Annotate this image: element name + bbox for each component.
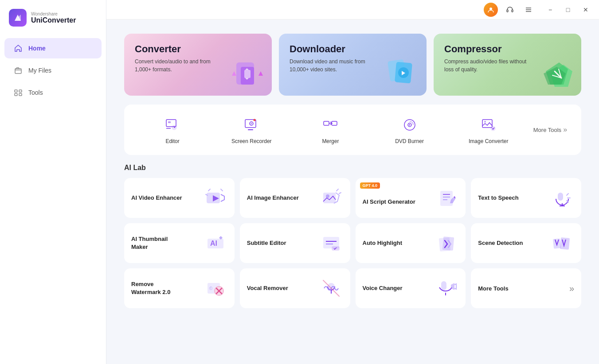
merger-icon [321,115,340,135]
logo-name: UniConverter [31,16,76,24]
maximize-button[interactable]: □ [562,4,574,16]
ai-lab-title: AI Lab [124,164,581,172]
ai-image-enhancer-label: AI Image Enhancer [247,194,299,202]
screen-recorder-label: Screen Recorder [231,138,272,144]
svg-line-67 [323,280,339,296]
more-tools-button[interactable]: More Tools » [528,122,572,137]
ai-script-generator-label: AI Script Generator [363,198,415,206]
sidebar-item-home[interactable]: Home [4,38,102,58]
downloader-card[interactable]: Downloader Download video and music from… [279,34,427,96]
svg-rect-47 [558,193,563,201]
more-tools-label: More Tools [533,127,561,133]
app-logo-icon [9,9,27,27]
svg-rect-8 [507,10,508,12]
remove-watermark-icon: © [204,276,227,300]
svg-point-35 [409,124,410,126]
text-to-speech-icon [550,186,574,210]
ai-video-enhancer-card[interactable]: AI Video Enhancer [124,178,235,218]
text-to-speech-card[interactable]: Text to Speech [471,178,581,218]
ai-thumbnail-maker-label: AI Thumbnail Maker [131,235,184,251]
sidebar-item-my-files[interactable]: My Files [4,60,102,81]
ai-script-generator-card[interactable]: GPT 4.0 AI Script Generator [356,178,466,218]
more-tools-ai-label: More Tools [478,285,508,292]
tool-merger[interactable]: Merger [291,112,370,148]
tool-editor[interactable]: Editor [133,112,212,148]
converter-title: Converter [135,43,261,55]
svg-rect-4 [19,90,22,92]
ai-image-enhancer-card[interactable]: AI Image Enhancer [240,178,350,218]
editor-label: Editor [165,138,179,144]
my-files-icon [13,66,23,75]
ai-thumbnail-maker-card[interactable]: AI Thumbnail Maker AI [124,223,235,263]
downloader-image [382,56,422,91]
home-icon [13,43,23,53]
svg-point-38 [491,126,495,131]
svg-point-7 [489,8,492,10]
minimize-button[interactable]: − [544,4,556,16]
svg-text:AI: AI [210,240,217,247]
svg-text:©: © [209,286,213,291]
svg-rect-6 [19,93,22,96]
svg-rect-9 [512,10,513,12]
close-button[interactable]: ✕ [579,4,592,16]
voice-changer-card[interactable]: Voice Changer [356,268,466,308]
scene-detection-card[interactable]: Scene Detection [471,223,581,263]
remove-watermark-card[interactable]: Remove Watermark 2.0 © [124,268,235,308]
svg-point-37 [484,121,486,123]
svg-rect-2 [15,69,21,74]
remove-watermark-label: Remove Watermark 2.0 [131,280,184,296]
tools-icon [13,88,23,97]
logo-brand: Wondershare [31,12,76,16]
auto-highlight-card[interactable]: Auto Highlight [356,223,466,263]
subtitle-editor-card[interactable]: Subtitle Editor [240,223,350,263]
ai-thumbnail-maker-icon: AI [204,231,227,255]
dvd-burner-icon [400,115,419,135]
tools-row: Editor Screen Recorder [124,105,581,155]
svg-rect-68 [441,281,446,290]
scene-detection-icon [550,231,574,255]
converter-card[interactable]: Converter Convert video/audio to and fro… [124,34,272,96]
converter-desc: Convert video/audio to and from 1,000+ f… [135,58,223,74]
image-converter-label: Image Converter [469,138,508,144]
logo-area: Wondershare UniConverter [0,0,106,37]
vocal-remover-card[interactable]: Vocal Remover [240,268,350,308]
editor-icon [163,115,182,135]
svg-point-29 [251,123,252,124]
vocal-remover-icon [319,276,343,300]
tool-screen-recorder[interactable]: Screen Recorder [212,112,291,148]
headset-icon-btn[interactable] [503,3,517,16]
dvd-burner-label: DVD Burner [395,138,424,144]
menu-icon-btn[interactable] [522,3,535,16]
sidebar-item-home-label: Home [28,45,46,52]
text-to-speech-label: Text to Speech [478,194,519,202]
sidebar-item-tools[interactable]: Tools [4,82,102,103]
tool-dvd-burner[interactable]: DVD Burner [370,112,449,148]
svg-rect-57 [442,236,454,251]
compressor-image [537,56,577,91]
ai-lab-grid: AI Video Enhancer AI Image Enhanc [124,178,581,308]
more-tools-chevron-icon: » [563,126,567,134]
ai-script-generator-icon [435,186,458,210]
svg-rect-41 [323,193,336,203]
hero-cards: Converter Convert video/audio to and fro… [124,34,581,96]
svg-rect-31 [324,121,329,125]
more-tools-ai-chevron-icon: » [569,283,574,294]
subtitle-editor-icon [319,231,343,255]
auto-highlight-label: Auto Highlight [363,239,403,247]
compressor-desc: Compress audio/video files without loss … [444,58,533,74]
svg-rect-15 [244,70,251,78]
image-converter-icon [479,115,498,135]
user-avatar[interactable] [484,3,498,17]
svg-rect-27 [248,129,253,130]
content-area: Converter Convert video/audio to and fro… [115,27,590,315]
titlebar: − □ ✕ [106,0,599,19]
auto-highlight-icon [435,231,458,255]
more-tools-ai-card[interactable]: More Tools » [471,268,581,308]
tool-image-converter[interactable]: Image Converter [449,112,528,148]
svg-rect-5 [15,93,17,96]
screen-recorder-icon [242,115,261,135]
sidebar-item-tools-label: Tools [28,89,43,96]
converter-image [227,56,267,91]
subtitle-editor-label: Subtitle Editor [247,239,286,247]
compressor-card[interactable]: Compressor Compress audio/video files wi… [434,34,581,96]
